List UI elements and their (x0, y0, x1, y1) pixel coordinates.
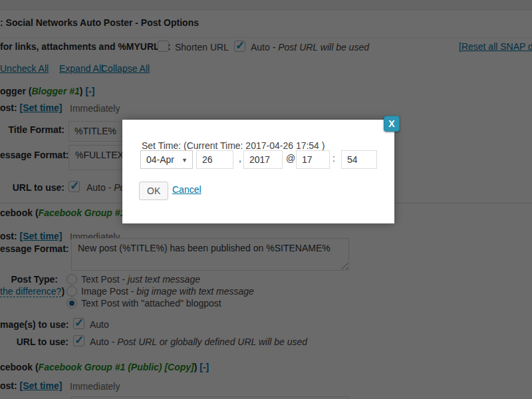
comma-separator: , (239, 153, 241, 164)
year-input[interactable]: 2017 (243, 150, 283, 169)
hour-input[interactable]: 17 (296, 150, 330, 169)
minute-input[interactable]: 54 (341, 150, 377, 169)
cancel-link[interactable]: Cancel (172, 184, 201, 195)
close-icon[interactable]: X (384, 116, 400, 132)
set-time-prompt: Set Time: (Current Time: 2017-04-26 17:5… (142, 140, 325, 151)
month-select[interactable]: 04-Apr▼ (140, 150, 193, 169)
set-time-modal: X Set Time: (Current Time: 2017-04-26 17… (122, 120, 394, 223)
colon-separator: : (332, 153, 335, 164)
chevron-down-icon: ▼ (182, 151, 188, 170)
snap-post-options-page: { "header": { "title": ": Social Network… (0, 0, 532, 399)
ok-button[interactable]: OK (139, 182, 168, 200)
day-input[interactable]: 26 (196, 150, 233, 169)
at-separator: @ (286, 153, 295, 164)
